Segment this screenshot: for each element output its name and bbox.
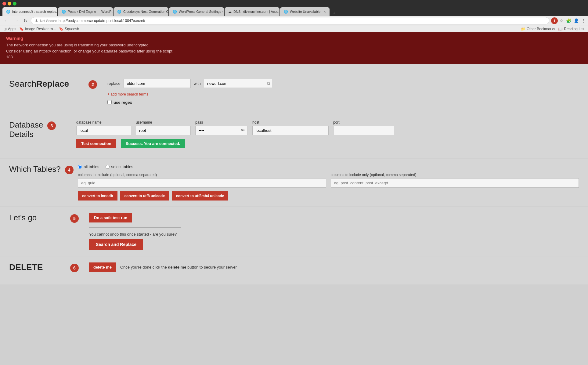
lg-fields: Do a safe test run You cannot undo this …	[89, 213, 181, 250]
tab-4[interactable]: 🌐 WordPress General Settings ‹ Domain Na…	[169, 7, 224, 16]
add-more-link[interactable]: + add more search terms	[107, 92, 272, 96]
reload-button[interactable]: ↻	[22, 17, 29, 24]
lets-go-title: Let's go	[9, 213, 64, 222]
exclude-input[interactable]	[78, 178, 326, 188]
bookmark-apps[interactable]: ⊞ Apps	[4, 27, 16, 31]
with-input-container: ⧉	[204, 79, 272, 88]
convert-utf8-button[interactable]: convert to utf8 unicode	[120, 191, 169, 201]
step-badge-4: 4	[65, 166, 74, 174]
all-tables-label[interactable]: all tables	[78, 164, 99, 169]
db-name-field: database name	[76, 120, 131, 135]
tab-close-6-icon[interactable]: ✕	[323, 10, 326, 13]
use-regex-label[interactable]: use regex	[107, 100, 272, 105]
pass-input[interactable]	[196, 126, 238, 135]
folder-icon: 📁	[521, 27, 525, 31]
tab-3[interactable]: 🌐 Cloudways Next-Generation C... ✕	[114, 7, 168, 16]
replace-input[interactable]	[124, 79, 191, 88]
bookmark-reading[interactable]: 📖 Reading List	[558, 27, 584, 31]
username-input[interactable]	[136, 126, 191, 135]
database-title-line2: Details	[9, 130, 43, 139]
add-more-anchor[interactable]: + add more search terms	[107, 92, 148, 96]
convert-utf8mb4-button[interactable]: convert to utf8mb4 unicode	[172, 191, 228, 201]
delete-desc-pre: Once you're done click the	[120, 265, 168, 269]
convert-innodb-button[interactable]: convert to innodb	[78, 191, 117, 201]
delete-desc-post: button to secure your server	[186, 265, 236, 269]
new-tab-button[interactable]: +	[330, 10, 338, 16]
include-input[interactable]	[331, 178, 579, 188]
tab-6[interactable]: 🌐 Website Unavailable ✕	[280, 7, 330, 16]
with-input[interactable]	[204, 79, 265, 88]
logo-normal: Search	[9, 79, 36, 89]
bookmark-apps-label: Apps	[8, 27, 16, 31]
host-input[interactable]	[252, 126, 329, 135]
replace-label: replace	[107, 81, 121, 86]
tab-label: interconnect/it : search replac...	[12, 10, 57, 13]
pass-label: pass	[195, 120, 248, 125]
columns-row: columns to exclude (optional, comma sepa…	[78, 173, 579, 188]
all-tables-text: all tables	[84, 164, 99, 169]
db-name-label: database name	[76, 120, 131, 125]
lg-divider	[89, 227, 181, 228]
bookmarks-bar: ⊞ Apps 🔖 Image Resizer to... 🔖 Squoosh 📁…	[0, 26, 588, 32]
convert-buttons-row: convert to innodb convert to utf8 unicod…	[78, 191, 579, 201]
address-bar[interactable]: ⚠ Not Secure http://bodycommerce-update-…	[31, 17, 549, 24]
bookmark-squoosh[interactable]: 🔖 Squoosh	[59, 27, 79, 31]
back-button[interactable]: ←	[2, 17, 10, 24]
tab-favicon-6: 🌐	[284, 10, 288, 14]
tab-favicon: 🌐	[6, 10, 10, 14]
tab-favicon-3: 🌐	[117, 10, 121, 14]
search-replace-button[interactable]: Search and Replace	[89, 239, 143, 250]
port-label: port	[333, 120, 394, 125]
username-field: username	[136, 120, 191, 135]
search-replace-section: SearchReplace 2 replace with ⧉ + add mor…	[0, 70, 588, 114]
bookmark-image-resizer[interactable]: 🔖 Image Resizer to...	[19, 27, 56, 31]
logo-bold: Replace	[36, 79, 69, 89]
step-badge-3: 3	[47, 121, 56, 130]
use-regex-checkbox[interactable]	[107, 100, 112, 104]
tables-radio-row: all tables select tables	[78, 164, 579, 169]
tab-favicon-2: 🌐	[62, 10, 66, 14]
database-title-line1: Database	[9, 120, 43, 130]
tab-5[interactable]: ☁ DNS | divimachine.com | Acco... ✕	[225, 7, 280, 16]
select-tables-label[interactable]: select tables	[106, 164, 133, 169]
minimize-button[interactable]	[8, 2, 11, 5]
all-tables-radio[interactable]	[78, 165, 82, 169]
traffic-lights	[2, 2, 16, 5]
delete-me-button[interactable]: delete me	[89, 262, 116, 272]
step-badge-1: 1	[551, 17, 558, 24]
close-button[interactable]	[2, 2, 6, 5]
copy-icon[interactable]: ⧉	[265, 80, 272, 87]
pass-field: pass 👁	[195, 120, 248, 135]
bookmark-other[interactable]: 📁 Other Bookmarks	[521, 27, 555, 31]
tab-label-5: DNS | divimachine.com | Acco...	[233, 10, 280, 13]
port-input[interactable]	[333, 126, 394, 135]
browser-frame: 🌐 interconnect/it : search replac... ✕ 🌐…	[0, 0, 588, 32]
nav-bar: ← → ↻ ⚠ Not Secure http://bodycommerce-u…	[0, 16, 588, 26]
bookmark-other-label: Other Bookmarks	[527, 27, 555, 31]
port-field: port	[333, 120, 394, 135]
replace-row: replace with ⧉	[107, 79, 272, 88]
test-connection-button[interactable]: Test connection	[76, 139, 116, 148]
lets-go-section: Let's go 5 Do a safe test run You cannot…	[0, 207, 588, 256]
db-name-input[interactable]	[76, 126, 131, 135]
select-tables-radio[interactable]	[106, 165, 110, 169]
host-label: host	[252, 120, 329, 125]
host-field: host	[252, 120, 329, 135]
tab-active[interactable]: 🌐 interconnect/it : search replac... ✕	[2, 7, 57, 16]
tab-2[interactable]: 🌐 Posts ‹ Divi Engine — WordPr... ✕	[58, 7, 113, 16]
extension-icon[interactable]: 🧩	[566, 18, 571, 23]
maximize-button[interactable]	[13, 2, 16, 5]
not-secure-label: Not Secure	[40, 19, 57, 23]
reading-list-icon: 📖	[558, 27, 563, 31]
use-regex-text: use regex	[114, 100, 132, 105]
warning-line1: The network connection you are using is …	[6, 42, 582, 48]
menu-icon[interactable]: ⋮	[581, 18, 586, 23]
warning-banner: Warning The network connection you are u…	[0, 32, 588, 64]
forward-button[interactable]: →	[12, 17, 20, 24]
eye-icon[interactable]: 👁	[238, 128, 247, 133]
bookmark-icon[interactable]: ☆	[560, 18, 564, 23]
pass-input-container: 👁	[195, 126, 248, 135]
profile-icon[interactable]: 👤	[574, 18, 579, 23]
url-text[interactable]: http://bodycommerce-update-post.local:10…	[59, 19, 145, 23]
safe-test-button[interactable]: Do a safe test run	[89, 213, 132, 222]
